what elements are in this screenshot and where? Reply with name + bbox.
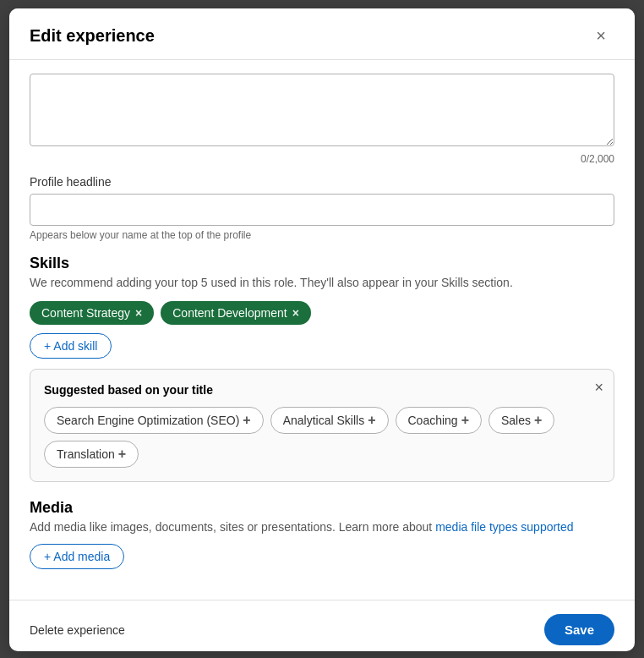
suggestion-sales[interactable]: Sales + [488,407,554,434]
skill-tag-label: Content Strategy [41,306,130,320]
skills-section: Skills We recommend adding your top 5 us… [30,255,614,482]
plus-icon: + [534,413,542,428]
suggestion-coaching[interactable]: Coaching + [396,407,483,434]
plus-icon: + [118,447,126,462]
profile-headline-section: Profile headline Appears below your name… [30,175,614,241]
suggestion-translation[interactable]: Translation + [44,441,139,468]
edit-experience-modal: Edit experience × 0/2,000 Profile headli… [9,8,635,651]
suggestion-label: Search Engine Optimization (SEO) [57,414,239,427]
save-button[interactable]: Save [544,614,614,645]
close-button[interactable]: × [587,22,614,49]
media-title: Media [30,499,614,517]
add-skill-button[interactable]: + Add skill [30,333,112,359]
remove-content-strategy-icon[interactable]: × [135,306,142,320]
modal-header: Edit experience × [9,8,635,60]
suggestion-tags: Search Engine Optimization (SEO) + Analy… [44,407,600,468]
close-suggestions-button[interactable]: × [594,380,603,395]
suggestions-title: Suggested based on your title [44,383,600,397]
plus-icon: + [461,413,469,428]
char-count: 0/2,000 [30,153,614,165]
plus-icon: + [368,413,375,428]
profile-headline-input[interactable] [30,194,614,226]
suggestion-label: Analytical Skills [283,414,364,427]
profile-headline-hint: Appears below your name at the top of th… [30,229,614,241]
plus-icon: + [243,413,250,428]
suggestion-analytical-skills[interactable]: Analytical Skills + [270,407,389,434]
description-textarea[interactable] [30,74,614,146]
media-desc-text: Add media like images, documents, sites … [30,520,435,534]
skills-desc: We recommend adding your top 5 used in t… [30,276,614,289]
modal-body: 0/2,000 Profile headline Appears below y… [9,60,635,600]
suggestion-label: Translation [57,447,115,461]
description-section: 0/2,000 [30,74,614,165]
modal-title: Edit experience [30,26,155,46]
suggestion-label: Coaching [408,414,458,427]
skill-tag-content-development[interactable]: Content Development × [161,301,311,325]
suggestion-label: Sales [501,414,531,427]
skills-title: Skills [30,255,614,272]
suggestion-seo[interactable]: Search Engine Optimization (SEO) + [44,407,264,434]
media-link[interactable]: media file types supported [435,520,573,534]
media-desc: Add media like images, documents, sites … [30,520,614,534]
profile-headline-label: Profile headline [30,175,614,189]
skills-tags: Content Strategy × Content Development × [30,301,614,325]
modal-overlay: Edit experience × 0/2,000 Profile headli… [0,0,644,658]
skill-tag-content-strategy[interactable]: Content Strategy × [30,301,154,325]
modal-footer: Delete experience Save [9,600,635,651]
remove-content-development-icon[interactable]: × [292,306,299,320]
skill-tag-label: Content Development [172,306,287,320]
suggestions-box: Suggested based on your title × Search E… [30,369,614,482]
media-section: Media Add media like images, documents, … [30,499,614,569]
add-media-button[interactable]: + Add media [30,544,124,569]
delete-experience-button[interactable]: Delete experience [30,623,125,637]
